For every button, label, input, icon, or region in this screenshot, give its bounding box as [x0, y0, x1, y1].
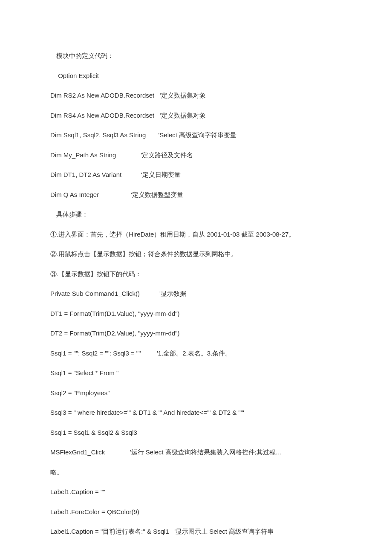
- code-line: MSFlexGrid1_Click '运行 Select 高级查询将结果集装入网…: [50, 448, 343, 457]
- code-line: Dim DT1, DT2 As Variant '定义日期变量: [50, 170, 343, 180]
- code-line: Dim My_Path As String '定义路径及文件名: [50, 150, 343, 160]
- code-line: Ssql1 = Ssql1 & Ssql2 & Ssql3: [50, 428, 343, 438]
- code-line: Dim Q As Integer '定义数据整型变量: [50, 190, 343, 200]
- code-line: DT1 = Format(Trim(D1.Value), "yyyy-mm-dd…: [50, 309, 343, 319]
- code-line: Dim RS4 As New ADODB.Recordset '定义数据集对象: [50, 111, 343, 121]
- code-line: Label1.Caption = "": [50, 487, 343, 497]
- code-line: ③.【显示数据】按钮下的代码：: [50, 269, 343, 279]
- code-line: Label1.ForeColor = QBColor(9): [50, 507, 343, 517]
- code-line: ②.用鼠标点击【显示数据】按钮；符合条件的数据显示到网格中。: [50, 249, 343, 259]
- code-line: Option Explicit: [50, 71, 343, 81]
- code-line: 略。: [50, 468, 343, 477]
- code-line: ①.进入界面：首先，选择（HireDate）租用日期，自从 2001-01-03…: [50, 230, 343, 240]
- code-line: Private Sub Command1_Click() '显示数据: [50, 289, 343, 299]
- code-line: Dim RS2 As New ADODB.Recordset '定义数据集对象: [50, 91, 343, 101]
- document-body: 模块中的定义代码： Option ExplicitDim RS2 As New …: [50, 51, 343, 537]
- code-line: Ssql3 = " where hiredate>='" & DT1 & "' …: [50, 408, 343, 418]
- code-line: DT2 = Format(Trim(D2.Value), "yyyy-mm-dd…: [50, 329, 343, 338]
- code-line: Ssql1 = "": Ssql2 = "": Ssql3 = "" '1.全部…: [50, 349, 343, 358]
- code-line: Label1.Caption = "目前运行表名:" & Ssql1 '显示图示…: [50, 527, 343, 537]
- code-line: Ssql2 = "Employees": [50, 388, 343, 398]
- code-line: 模块中的定义代码：: [50, 51, 343, 61]
- code-line: Dim Ssql1, Ssql2, Ssql3 As String 'Selec…: [50, 130, 343, 140]
- code-line: Ssql1 = "Select * From ": [50, 368, 343, 378]
- code-line: 具体步骤：: [50, 210, 343, 220]
